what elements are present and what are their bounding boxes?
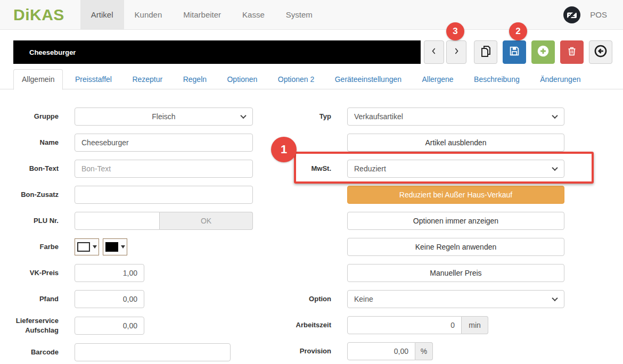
manueller-preis-button[interactable]: Manueller Preis — [347, 264, 564, 282]
reduziert-ausser-haus-button[interactable]: Reduziert bei Außer Haus-Verkauf — [347, 186, 564, 204]
provision-label: Provision — [282, 346, 331, 356]
name-label: Name — [13, 138, 59, 147]
annotation-step-2-badge: 2 — [509, 22, 527, 40]
gruppe-label: Gruppe — [13, 112, 59, 121]
add-article-button[interactable] — [531, 40, 555, 64]
trash-icon — [566, 45, 578, 59]
next-article-button[interactable] — [446, 40, 466, 64]
typ-select-value: Verkaufsartikel — [354, 112, 403, 121]
tab-beschreibung[interactable]: Beschreibung — [465, 69, 528, 90]
article-header: Cheeseburger — [13, 40, 612, 64]
gruppe-select-value: Fleisch — [152, 112, 175, 121]
artikel-ausblenden-button[interactable]: Artikel ausblenden — [347, 134, 564, 152]
prev-article-button[interactable] — [424, 40, 444, 64]
mwst-select-value: Reduziert — [354, 164, 386, 173]
option-select-value: Keine — [354, 295, 373, 303]
provision-unit: % — [415, 342, 433, 360]
chevron-down-icon — [552, 295, 558, 301]
vk-preis-label: VK-Preis — [13, 268, 59, 278]
farbe-text-color-picker[interactable] — [75, 238, 99, 255]
arbeitszeit-label: Arbeitszeit — [282, 320, 331, 330]
top-navbar: DiKAS Artikel Kunden Mitarbeiter Kasse S… — [0, 0, 623, 30]
tab-preisstaffel[interactable]: Preisstaffel — [67, 69, 120, 90]
pfand-input[interactable] — [75, 290, 144, 308]
article-title-bar: Cheeseburger — [13, 40, 421, 64]
nav-item-mitarbeiter[interactable]: Mitarbeiter — [173, 0, 232, 29]
chevron-left-icon — [429, 46, 439, 59]
barcode-input[interactable] — [75, 343, 231, 361]
color-swatch-black — [105, 242, 118, 252]
copy-pages-icon — [479, 45, 492, 60]
tab-allergene[interactable]: Allergene — [413, 69, 462, 90]
mwst-select[interactable]: Reduziert — [347, 160, 564, 178]
article-title: Cheeseburger — [29, 48, 76, 56]
tab-rezeptur[interactable]: Rezeptur — [124, 69, 171, 90]
chevron-down-icon — [240, 113, 246, 119]
typ-label: Typ — [282, 112, 331, 121]
bon-text-label: Bon-Text — [13, 164, 59, 173]
article-tabs: Allgemein Preisstaffel Rezeptur Regeln O… — [0, 69, 623, 89]
plu-ok-button[interactable]: OK — [160, 212, 253, 230]
bon-zusatz-label: Bon-Zusatz — [13, 190, 59, 200]
copy-article-button[interactable] — [474, 40, 497, 64]
chevron-down-icon — [552, 113, 558, 119]
optionen-immer-anzeigen-button[interactable]: Optionen immer anzeigen — [347, 212, 564, 230]
barcode-label: Barcode — [13, 348, 59, 357]
delete-article-button[interactable] — [560, 40, 584, 64]
lieferservice-aufschlag-label: Lieferservice Aufschlag — [13, 316, 59, 335]
bon-zusatz-input[interactable] — [75, 186, 253, 204]
plus-circle-icon — [536, 44, 550, 60]
chevron-down-icon — [552, 165, 558, 171]
color-swatch-white — [77, 242, 90, 252]
bon-text-input[interactable] — [75, 160, 253, 178]
annotation-step-3-badge: 3 — [446, 22, 464, 40]
lieferservice-aufschlag-input[interactable] — [75, 317, 144, 335]
tab-optionen-2[interactable]: Optionen 2 — [269, 69, 323, 90]
farbe-label: Farbe — [13, 242, 59, 252]
arrow-left-circle-icon — [594, 44, 608, 60]
pfand-label: Pfand — [13, 294, 59, 304]
typ-select[interactable]: Verkaufsartikel — [347, 107, 564, 126]
caret-down-icon — [121, 245, 125, 249]
gruppe-select[interactable]: Fleisch — [75, 107, 253, 126]
arbeitszeit-input[interactable] — [347, 316, 462, 334]
arbeitszeit-unit: min — [462, 316, 488, 334]
tab-aenderungen[interactable]: Änderungen — [531, 69, 589, 90]
nav-item-artikel[interactable]: Artikel — [80, 0, 124, 29]
floppy-disk-icon — [509, 45, 520, 59]
tab-regeln[interactable]: Regeln — [175, 69, 215, 90]
nav-item-kasse[interactable]: Kasse — [232, 0, 275, 29]
annotation-step-1-badge: 1 — [271, 137, 297, 162]
option-select[interactable]: Keine — [347, 290, 564, 308]
pos-label: POS — [590, 10, 607, 19]
name-input[interactable] — [75, 134, 253, 152]
save-button[interactable] — [503, 40, 526, 64]
nav-item-system[interactable]: System — [275, 0, 323, 29]
tab-geraeteeinstellungen[interactable]: Geräteeinstellungen — [326, 69, 410, 90]
plu-input[interactable] — [75, 212, 160, 230]
tab-allgemein[interactable]: Allgemein — [13, 69, 63, 90]
app-logo[interactable]: DiKAS — [0, 0, 80, 29]
chevron-right-icon — [451, 46, 462, 59]
keine-regeln-anwenden-button[interactable]: Keine Regeln anwenden — [347, 238, 564, 256]
tab-optionen[interactable]: Optionen — [218, 69, 266, 90]
pos-device-slash-icon[interactable] — [562, 5, 581, 24]
plu-label: PLU Nr. — [13, 216, 59, 226]
option-label: Option — [282, 294, 331, 304]
farbe-background-color-picker[interactable] — [103, 238, 127, 255]
mwst-label: MwSt. — [282, 164, 331, 173]
vk-preis-input[interactable] — [75, 264, 144, 282]
caret-down-icon — [93, 245, 97, 249]
back-button[interactable] — [589, 40, 612, 64]
nav-item-kunden[interactable]: Kunden — [124, 0, 173, 29]
provision-input[interactable] — [347, 342, 415, 360]
